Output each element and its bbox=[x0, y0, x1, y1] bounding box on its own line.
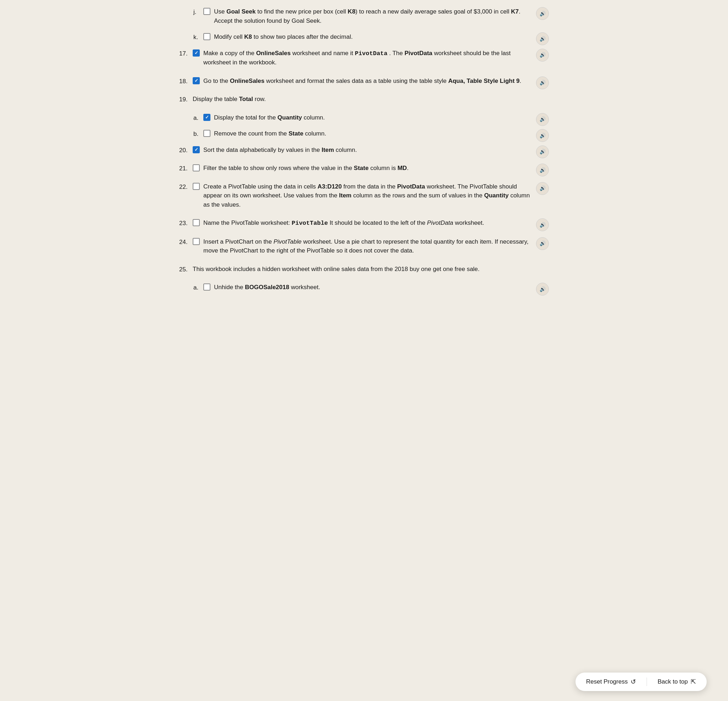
reset-progress-button[interactable]: Reset Progress ↺ bbox=[586, 678, 636, 686]
task-text-k: Modify cell K8 to show two places after … bbox=[214, 32, 531, 42]
bottom-bar: Reset Progress ↺ Back to top ⇱ bbox=[575, 672, 707, 691]
task-text-22: Create a PivotTable using the data in ce… bbox=[203, 182, 531, 210]
audio-btn-23[interactable] bbox=[536, 219, 549, 231]
audio-btn-25a[interactable] bbox=[536, 283, 549, 295]
tasks-container: j.Use Goal Seek to find the new price pe… bbox=[179, 7, 549, 293]
audio-btn-19a[interactable] bbox=[536, 113, 549, 126]
checkbox-k[interactable] bbox=[203, 33, 211, 40]
checkbox-j[interactable] bbox=[203, 8, 211, 15]
task-number-22: 22. bbox=[179, 182, 193, 192]
reset-progress-label: Reset Progress bbox=[586, 678, 628, 685]
task-content-19: Display the table Total row. bbox=[193, 95, 549, 105]
task-item-18: 18.Go to the OnlineSales worksheet and f… bbox=[179, 77, 549, 87]
task-content-19a: Display the total for the Quantity colum… bbox=[214, 113, 549, 124]
task-text-j: Use Goal Seek to find the new price per … bbox=[214, 7, 531, 25]
sub-item-k: k.Modify cell K8 to show two places afte… bbox=[194, 32, 549, 43]
sub-item-19a: a.Display the total for the Quantity col… bbox=[194, 113, 549, 124]
checkbox-23[interactable] bbox=[193, 219, 200, 226]
task-number-20: 20. bbox=[179, 145, 193, 155]
task-text-19a: Display the total for the Quantity colum… bbox=[214, 113, 531, 122]
task-content-25: This workbook includes a hidden workshee… bbox=[193, 265, 549, 275]
task-number-21: 21. bbox=[179, 164, 193, 173]
sub-letter-25a: a. bbox=[194, 283, 203, 293]
task-text-19: Display the table Total row. bbox=[193, 95, 531, 104]
audio-btn-22[interactable] bbox=[536, 182, 549, 195]
task-content-18: Go to the OnlineSales worksheet and form… bbox=[203, 77, 549, 87]
checkbox-21[interactable] bbox=[193, 164, 200, 171]
task-content-23: Name the PivotTable worksheet: PivotTabl… bbox=[203, 219, 549, 229]
sub-letter-19a: a. bbox=[194, 113, 203, 123]
task-text-24: Insert a PivotChart on the PivotTable wo… bbox=[203, 237, 531, 255]
task-text-25a: Unhide the BOGOSale2018 worksheet. bbox=[214, 283, 531, 292]
checkbox-24[interactable] bbox=[193, 238, 200, 245]
task-number-18: 18. bbox=[179, 77, 193, 86]
task-item-21: 21.Filter the table to show only rows wh… bbox=[179, 164, 549, 174]
task-content-k: Modify cell K8 to show two places after … bbox=[214, 32, 549, 43]
task-item-23: 23.Name the PivotTable worksheet: PivotT… bbox=[179, 219, 549, 229]
task-content-22: Create a PivotTable using the data in ce… bbox=[203, 182, 549, 211]
task-text-17: Make a copy of the OnlineSales worksheet… bbox=[203, 49, 531, 67]
checkbox-18[interactable] bbox=[193, 77, 200, 84]
task-item-19: 19.Display the table Total row. bbox=[179, 95, 549, 105]
task-content-25a: Unhide the BOGOSale2018 worksheet. bbox=[214, 283, 549, 293]
audio-btn-j[interactable] bbox=[536, 7, 549, 20]
checkbox-20[interactable] bbox=[193, 146, 200, 153]
audio-btn-24[interactable] bbox=[536, 237, 549, 250]
task-number-19: 19. bbox=[179, 95, 193, 104]
sub-letter-j: j. bbox=[194, 7, 203, 17]
sub-letter-k: k. bbox=[194, 32, 203, 42]
task-number-25: 25. bbox=[179, 265, 193, 274]
reset-icon: ↺ bbox=[631, 678, 636, 686]
page-container: j.Use Goal Seek to find the new price pe… bbox=[169, 0, 559, 335]
back-to-top-button[interactable]: Back to top ⇱ bbox=[658, 678, 696, 686]
task-content-20: Sort the data alphabetically by values i… bbox=[203, 145, 549, 156]
sub-item-25a: a.Unhide the BOGOSale2018 worksheet. bbox=[194, 283, 549, 293]
audio-btn-19b[interactable] bbox=[536, 129, 549, 142]
task-content-19b: Remove the count from the State column. bbox=[214, 129, 549, 140]
task-content-j: Use Goal Seek to find the new price per … bbox=[214, 7, 549, 27]
task-item-25: 25.This workbook includes a hidden works… bbox=[179, 265, 549, 275]
task-content-24: Insert a PivotChart on the PivotTable wo… bbox=[203, 237, 549, 257]
checkbox-22[interactable] bbox=[193, 183, 200, 190]
audio-btn-17[interactable] bbox=[536, 49, 549, 62]
sub-item-19b: b.Remove the count from the State column… bbox=[194, 129, 549, 140]
sub-item-j: j.Use Goal Seek to find the new price pe… bbox=[194, 7, 549, 27]
audio-btn-k[interactable] bbox=[536, 32, 549, 45]
divider bbox=[647, 678, 647, 686]
task-item-20: 20.Sort the data alphabetically by value… bbox=[179, 145, 549, 156]
task-item-24: 24.Insert a PivotChart on the PivotTable… bbox=[179, 237, 549, 257]
task-content-21: Filter the table to show only rows where… bbox=[203, 164, 549, 174]
task-number-17: 17. bbox=[179, 49, 193, 58]
task-text-21: Filter the table to show only rows where… bbox=[203, 164, 531, 173]
task-content-17: Make a copy of the OnlineSales worksheet… bbox=[203, 49, 549, 69]
checkbox-19b[interactable] bbox=[203, 130, 211, 137]
task-number-24: 24. bbox=[179, 237, 193, 247]
audio-btn-21[interactable] bbox=[536, 164, 549, 177]
task-text-20: Sort the data alphabetically by values i… bbox=[203, 145, 531, 155]
back-to-top-icon: ⇱ bbox=[691, 678, 696, 686]
task-number-23: 23. bbox=[179, 219, 193, 228]
task-text-18: Go to the OnlineSales worksheet and form… bbox=[203, 77, 531, 86]
task-item-17: 17.Make a copy of the OnlineSales worksh… bbox=[179, 49, 549, 69]
sub-letter-19b: b. bbox=[194, 129, 203, 139]
checkbox-17[interactable] bbox=[193, 49, 200, 56]
checkbox-25a[interactable] bbox=[203, 284, 211, 291]
back-to-top-label: Back to top bbox=[658, 678, 688, 685]
task-item-22: 22.Create a PivotTable using the data in… bbox=[179, 182, 549, 211]
audio-btn-18[interactable] bbox=[536, 77, 549, 89]
audio-btn-20[interactable] bbox=[536, 145, 549, 158]
task-text-19b: Remove the count from the State column. bbox=[214, 129, 531, 138]
task-text-25: This workbook includes a hidden workshee… bbox=[193, 265, 531, 274]
task-text-23: Name the PivotTable worksheet: PivotTabl… bbox=[203, 219, 531, 228]
checkbox-19a[interactable] bbox=[203, 114, 211, 121]
